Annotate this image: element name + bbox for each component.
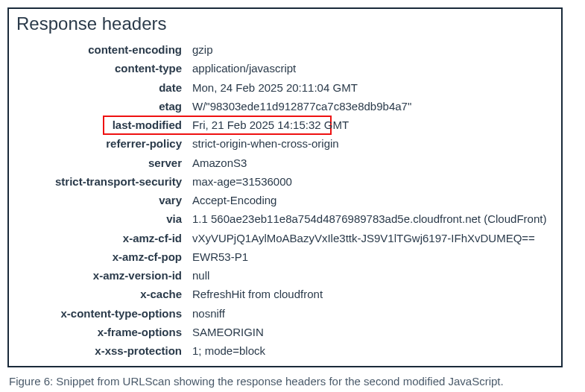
panel-title: Response headers: [9, 9, 561, 40]
header-row: via 1.1 560ae23eb11e8a754d4876989783ad5e…: [9, 209, 561, 228]
header-row: server AmazonS3: [9, 154, 561, 172]
header-row: x-xss-protection 1; mode=block: [9, 341, 561, 360]
figure-caption: Figure 6: Snippet from URLScan showing t…: [7, 367, 566, 388]
header-key: last-modified: [9, 116, 192, 133]
header-key: content-encoding: [9, 41, 192, 58]
header-value: 1.1 560ae23eb11e8a754d4876989783ad5e.clo…: [192, 210, 561, 227]
header-key: via: [9, 210, 192, 227]
header-row: x-content-type-options nosniff: [9, 304, 561, 323]
header-key: x-frame-options: [9, 323, 192, 341]
header-key: content-type: [9, 60, 192, 77]
header-value: max-age=31536000: [192, 173, 561, 190]
header-value: null: [192, 267, 561, 284]
header-value: gzip: [192, 41, 561, 58]
header-row: date Mon, 24 Feb 2025 20:11:04 GMT: [9, 78, 561, 97]
header-value: RefreshHit from cloudfront: [192, 285, 561, 303]
header-row: referrer-policy strict-origin-when-cross…: [9, 134, 561, 153]
header-row: etag W/"98303ede11d912877ca7c83e8db9b4a7…: [9, 97, 561, 116]
header-value: nosniff: [192, 305, 561, 322]
header-key: x-xss-protection: [9, 342, 192, 359]
header-value: vXyVUPjQ1AylMoABazyVxIle3ttk-JS9V1lTGwj6…: [192, 230, 561, 247]
header-key: vary: [9, 192, 192, 209]
header-key: strict-transport-security: [9, 173, 192, 190]
header-row: strict-transport-security max-age=315360…: [9, 172, 561, 191]
header-value: W/"98303ede11d912877ca7c83e8db9b4a7": [192, 98, 561, 115]
response-headers-panel: Response headers content-encoding gzip c…: [7, 7, 563, 367]
header-key: referrer-policy: [9, 135, 192, 152]
header-value: strict-origin-when-cross-origin: [192, 135, 561, 152]
header-value: Accept-Encoding: [192, 192, 561, 209]
header-row: vary Accept-Encoding: [9, 191, 561, 209]
header-value: Mon, 24 Feb 2025 20:11:04 GMT: [192, 79, 561, 96]
header-key: x-content-type-options: [9, 305, 192, 322]
header-key: date: [9, 79, 192, 96]
header-row: x-frame-options SAMEORIGIN: [9, 323, 561, 341]
header-value: 1; mode=block: [192, 342, 561, 359]
header-value: Fri, 21 Feb 2025 14:15:32 GMT: [192, 116, 561, 133]
header-key: etag: [9, 98, 192, 115]
header-key: x-amz-cf-id: [9, 230, 192, 247]
header-key: x-amz-cf-pop: [9, 248, 192, 265]
header-value: application/javascript: [192, 60, 561, 77]
header-row: x-cache RefreshHit from cloudfront: [9, 285, 561, 303]
headers-table: content-encoding gzip content-type appli…: [9, 40, 561, 366]
header-row: content-encoding gzip: [9, 40, 561, 59]
header-row: x-amz-cf-id vXyVUPjQ1AylMoABazyVxIle3ttk…: [9, 229, 561, 247]
header-row-highlighted: last-modified Fri, 21 Feb 2025 14:15:32 …: [9, 116, 561, 134]
header-key: x-amz-version-id: [9, 267, 192, 284]
header-row: content-type application/javascript: [9, 59, 561, 78]
header-row: x-amz-cf-pop EWR53-P1: [9, 247, 561, 266]
header-value: SAMEORIGIN: [192, 323, 561, 341]
header-value: AmazonS3: [192, 154, 561, 171]
header-key: x-cache: [9, 285, 192, 303]
header-value: EWR53-P1: [192, 248, 561, 265]
header-key: server: [9, 154, 192, 171]
header-row: x-amz-version-id null: [9, 266, 561, 285]
